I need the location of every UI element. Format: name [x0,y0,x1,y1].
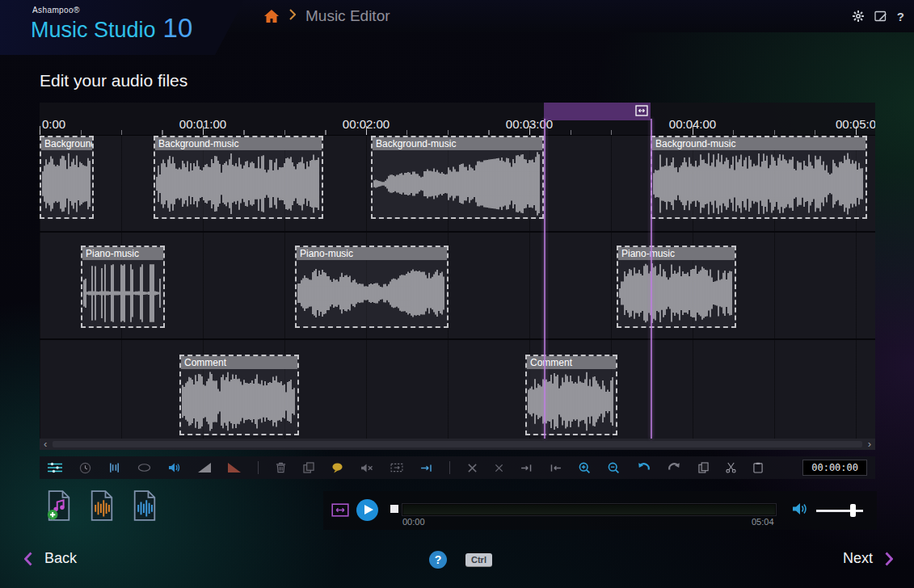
breadcrumb: Music Editor [263,0,390,32]
chevron-right-icon [885,552,893,566]
settings-gear-icon[interactable] [852,10,865,23]
time-display: 00:00:00 [802,460,867,476]
brand-name: Music Studio [31,18,156,43]
clip-label: Background-music [155,137,322,150]
progress-bar[interactable] [402,504,776,515]
redo-icon[interactable] [668,462,681,474]
help-icon[interactable]: ? [897,10,904,23]
ctrl-key-badge: Ctrl [465,553,492,566]
play-button[interactable] [356,499,378,521]
horizontal-scrollbar[interactable]: ‹ › [40,439,875,450]
audio-clip[interactable]: Piano-music [617,246,736,328]
scroll-right-arrow[interactable]: › [868,439,871,449]
breadcrumb-title: Music Editor [305,7,390,25]
toolbar-separator [258,461,259,474]
snap-left-icon[interactable] [550,464,562,472]
help-button[interactable]: ? [429,551,447,569]
clip-waveform [652,150,866,217]
remove-x-icon[interactable] [495,464,503,472]
audio-clip[interactable]: Comment [525,355,617,435]
volume-slider[interactable] [816,502,863,519]
undo-icon[interactable] [637,462,651,474]
next-button[interactable]: Next [843,550,893,567]
split-tool-icon[interactable] [108,462,120,473]
audio-clip[interactable]: Background-music [651,136,867,219]
volume-track [816,510,863,512]
loop-start-line[interactable] [544,119,545,439]
clip-waveform [373,150,542,217]
timeline-ruler[interactable]: 0:0000:01:0000:02:0000:03:0000:04:0000:0… [40,103,875,136]
duplicate-icon[interactable] [303,462,314,473]
clip-label: Background-music [652,137,866,150]
audio-clip[interactable]: Comment [179,355,299,435]
zoom-out-icon[interactable] [608,462,620,474]
chevron-left-icon [24,552,32,566]
ruler-ticks-major [40,126,875,135]
snap-right-icon[interactable] [520,464,533,472]
timeline: 0:0000:01:0000:02:0000:03:0000:04:0000:0… [40,103,875,450]
audio-clip[interactable]: Piano-music [295,246,449,328]
file-buttons [45,490,158,521]
home-icon[interactable] [263,9,280,23]
loop-region[interactable] [544,103,651,120]
page-title: Edit your audio files [40,71,187,90]
clip-label: Piano-music [297,247,447,260]
loop-icon[interactable] [635,105,648,116]
fade-out-icon[interactable] [228,463,241,472]
ellipse-tool-icon[interactable] [137,463,151,472]
zoom-in-icon[interactable] [579,462,591,474]
clip-label: Background-music [41,137,92,150]
audio-file-icon[interactable] [131,490,158,521]
brand-row: Music Studio 10 [31,13,192,44]
clip-waveform [41,150,92,217]
delete-icon[interactable] [276,462,286,473]
scroll-left-arrow[interactable]: ‹ [44,439,47,449]
elapsed-time: 00:00 [402,517,425,527]
clip-label: Comment [181,356,297,369]
clip-label: Piano-music [82,247,163,260]
insert-marker-icon[interactable] [420,464,432,472]
cut-icon[interactable] [726,462,736,473]
next-label: Next [843,550,873,567]
audio-clip[interactable]: Background-music [40,136,94,219]
app-logo: Ashampoo® Music Studio 10 [0,0,244,55]
loop-end-line[interactable] [651,119,652,439]
player-loop-icon[interactable] [331,503,349,517]
brand-version: 10 [163,13,193,44]
ruler-label: 00:02:00 [343,117,390,131]
clip-label: Comment [527,356,616,369]
volume-handle[interactable] [850,504,856,517]
track-settings-icon[interactable] [48,462,62,473]
clip-waveform [155,150,322,217]
paste-icon[interactable] [753,462,763,473]
audio-clip[interactable]: Background-music [154,136,323,219]
clock-icon[interactable] [79,462,91,474]
fade-in-icon[interactable] [198,463,211,472]
audio-clip[interactable]: Background-music [371,136,544,219]
ruler-label: 0:00 [42,117,65,131]
mute-icon[interactable] [360,463,373,473]
clip-waveform [527,369,616,434]
volume-tool-icon[interactable] [168,462,181,473]
comment-icon[interactable] [331,462,343,473]
volume-speaker-icon[interactable] [792,502,808,515]
player-bar: 00:00 05:04 [323,491,877,530]
stop-button[interactable] [390,505,398,513]
back-button[interactable]: Back [24,550,77,567]
scrollbar-thumb[interactable] [53,441,862,447]
tracks-area[interactable]: Background-musicBackground-musicBackgrou… [40,136,875,439]
voice-file-icon[interactable] [88,490,116,521]
copy-icon[interactable] [698,462,709,473]
footer-center: ? Ctrl [429,551,492,569]
chevron-right-icon [289,9,296,23]
header-icons: ? [852,0,904,32]
edit-toolbar: 00:00:00 [40,456,875,479]
duration-time: 05:04 [752,517,774,527]
add-music-file-icon[interactable] [45,490,73,521]
feedback-icon[interactable] [874,10,887,23]
ruler-label: 00:04:00 [669,117,716,131]
loop-selection-icon[interactable] [390,463,403,472]
cut-x-icon[interactable] [467,463,478,473]
audio-clip[interactable]: Piano-music [81,246,165,328]
track-separator [40,338,875,340]
